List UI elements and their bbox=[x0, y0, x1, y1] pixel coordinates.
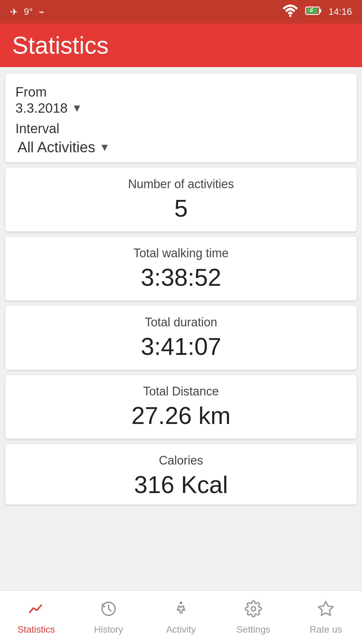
nav-rate-us-label: Rate us bbox=[310, 624, 342, 635]
total-duration-card: Total duration 3:41:07 bbox=[5, 306, 357, 370]
calories-value: 316 Kcal bbox=[12, 471, 350, 498]
activities-row[interactable]: All Activities ▼ bbox=[17, 139, 347, 156]
from-label: From bbox=[15, 83, 347, 101]
svg-point-8 bbox=[180, 601, 183, 604]
history-icon bbox=[100, 600, 117, 622]
total-distance-label: Total Distance bbox=[12, 384, 350, 398]
walking-time-label: Total walking time bbox=[12, 246, 350, 260]
svg-point-0 bbox=[289, 14, 292, 17]
interval-label: Interval bbox=[15, 121, 347, 136]
svg-point-9 bbox=[251, 606, 256, 611]
date-dropdown-arrow[interactable]: ▼ bbox=[72, 102, 82, 114]
svg-rect-2 bbox=[319, 9, 321, 12]
activities-value[interactable]: All Activities bbox=[17, 139, 95, 156]
rate-us-icon bbox=[317, 600, 335, 622]
calories-card: Calories 316 Kcal bbox=[5, 444, 357, 504]
nav-statistics[interactable]: Statistics bbox=[0, 591, 72, 644]
airplane-icon: ✈ bbox=[10, 6, 18, 17]
page-title: Statistics bbox=[12, 32, 109, 59]
temperature: 9° bbox=[24, 6, 33, 17]
nav-settings-label: Settings bbox=[236, 624, 270, 635]
activities-count-value: 5 bbox=[12, 195, 350, 222]
status-left: ✈ 9° ⌁ bbox=[10, 6, 45, 17]
activities-count-label: Number of activities bbox=[12, 177, 350, 191]
activity-icon bbox=[172, 600, 190, 622]
walking-time-value: 3:38:52 bbox=[12, 264, 350, 291]
filter-card: From 3.3.2018 ▼ Interval All Activities … bbox=[5, 74, 357, 162]
wifi-icon bbox=[282, 2, 299, 22]
nav-history[interactable]: History bbox=[72, 591, 145, 644]
status-right: 14:16 bbox=[282, 2, 352, 22]
date-value[interactable]: 3.3.2018 bbox=[15, 101, 68, 116]
walking-time-card: Total walking time 3:38:52 bbox=[5, 237, 357, 301]
bottom-nav: Statistics History Activity bbox=[0, 590, 362, 644]
nav-settings[interactable]: Settings bbox=[217, 591, 290, 644]
nav-statistics-label: Statistics bbox=[17, 624, 55, 635]
status-bar: ✈ 9° ⌁ 14:16 bbox=[0, 0, 362, 23]
nav-rate-us[interactable]: Rate us bbox=[290, 591, 362, 644]
activities-count-card: Number of activities 5 bbox=[5, 168, 357, 231]
total-distance-value: 27.26 km bbox=[12, 402, 350, 429]
total-duration-value: 3:41:07 bbox=[12, 333, 350, 360]
battery-icon bbox=[305, 2, 322, 22]
date-row[interactable]: 3.3.2018 ▼ bbox=[15, 101, 347, 116]
total-distance-card: Total Distance 27.26 km bbox=[5, 375, 357, 439]
settings-icon bbox=[245, 600, 262, 622]
calories-label: Calories bbox=[12, 453, 350, 468]
time: 14:16 bbox=[328, 6, 352, 17]
statistics-icon bbox=[27, 600, 45, 622]
usb-icon: ⌁ bbox=[39, 6, 45, 17]
nav-activity[interactable]: Activity bbox=[145, 591, 217, 644]
total-duration-label: Total duration bbox=[12, 315, 350, 329]
svg-marker-10 bbox=[318, 601, 333, 615]
main-content: From 3.3.2018 ▼ Interval All Activities … bbox=[0, 67, 362, 590]
nav-activity-label: Activity bbox=[166, 624, 196, 635]
activities-dropdown-arrow[interactable]: ▼ bbox=[99, 141, 110, 154]
app-header: Statistics bbox=[0, 23, 362, 67]
nav-history-label: History bbox=[94, 624, 123, 635]
